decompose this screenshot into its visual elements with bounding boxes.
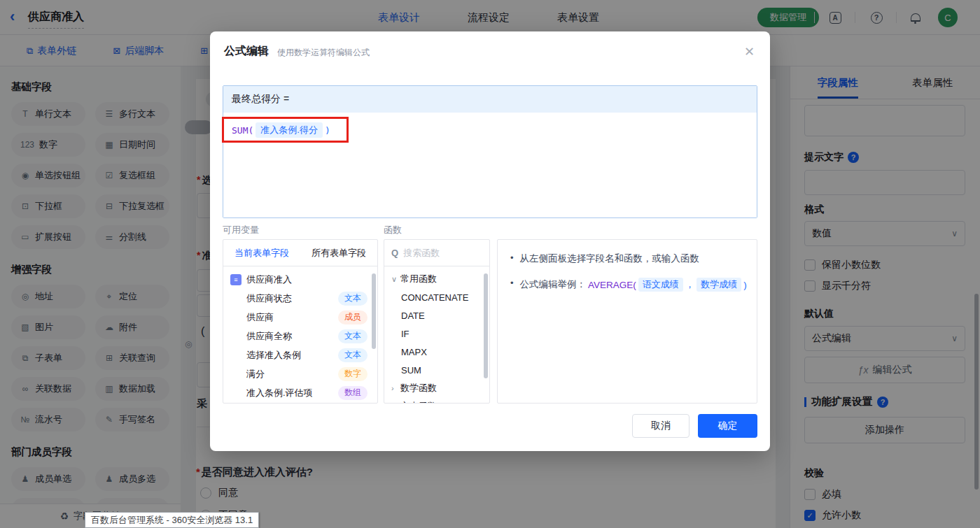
function-item[interactable]: SUM [384, 361, 489, 379]
formula-result-bar: 最终总得分 = [223, 86, 757, 113]
modal-title: 公式编辑 [224, 44, 269, 59]
close-icon[interactable]: ✕ [744, 44, 755, 59]
modal-subtitle: 使用数学运算符编辑公式 [277, 47, 370, 59]
confirm-button[interactable]: 确定 [698, 414, 757, 438]
hint-line-1: • 从左侧面板选择字段名和函数，或输入函数 [510, 252, 757, 265]
function-item[interactable]: MAPX [384, 343, 489, 361]
variable-row[interactable]: 满分 数字 [223, 364, 377, 383]
variable-row[interactable]: 供应商状态 文本 [223, 289, 377, 308]
type-badge: 数字 [338, 367, 368, 381]
formula-editor: 最终总得分 = SUM( 准入条例.得分 ) [223, 85, 757, 218]
function-item[interactable]: IF [384, 324, 489, 343]
cancel-button[interactable]: 取消 [632, 414, 690, 438]
variables-label: 可用变量 [223, 224, 259, 236]
field-token: 数学成绩 [696, 278, 741, 292]
vars-tab-all-forms[interactable]: 所有表单字段 [300, 240, 377, 266]
field-token[interactable]: 准入条例.得分 [255, 122, 323, 138]
group-math-functions[interactable]: › 数学函数 [384, 379, 489, 397]
search-placeholder: 搜索函数 [403, 247, 440, 259]
type-badge: 文本 [338, 348, 368, 362]
variable-row[interactable]: 选择准入条例 文本 [223, 345, 377, 364]
browser-tooltip: 百数后台管理系统 - 360安全浏览器 13.1 [85, 512, 259, 528]
vars-tab-current-form[interactable]: 当前表单字段 [223, 240, 300, 266]
type-badge: 文本 [338, 292, 368, 306]
variable-row[interactable]: 供应商全称 文本 [223, 327, 377, 345]
formula-expression: SUM( 准入条例.得分 ) [232, 122, 330, 138]
function-search-input[interactable]: Q 搜索函数 [384, 240, 489, 266]
scrollbar[interactable] [484, 273, 488, 378]
type-badge: 数组 [338, 386, 368, 400]
variable-rows: 供应商状态 文本 供应商 成员 供应商全称 文本 选择准入条例 [223, 289, 377, 402]
scrollbar[interactable] [372, 273, 376, 349]
function-token: AVERAGE( [588, 280, 636, 290]
form-doc-icon: ≡ [230, 274, 241, 285]
group-common-functions[interactable]: ∨ 常用函数 [384, 270, 489, 288]
search-icon: Q [391, 248, 398, 258]
arrow-right-icon: › [391, 402, 400, 404]
hints-panel: • 从左侧面板选择字段名和函数，或输入函数 • 公式编辑举例： AVERAGE(… [497, 239, 757, 404]
hint-line-2: • 公式编辑举例： AVERAGE( 语文成绩 ， 数学成绩 ) [510, 278, 757, 292]
functions-panel: Q 搜索函数 ∨ 常用函数 CONCATENATE DATE IF MAPX S… [384, 239, 490, 404]
variables-panel: 当前表单字段 所有表单字段 ≡ 供应商准入 供应商状态 文本 供应商 [223, 239, 378, 404]
formula-input-area[interactable]: SUM( 准入条例.得分 ) [223, 113, 757, 217]
function-token: SUM( [232, 125, 253, 136]
variable-root-row[interactable]: ≡ 供应商准入 [223, 270, 377, 289]
chevron-down-icon: ∨ [391, 275, 400, 284]
function-item[interactable]: CONCATENATE [384, 288, 489, 306]
formula-edit-modal: 公式编辑 使用数学运算符编辑公式 ✕ 最终总得分 = SUM( 准入条例.得分 … [210, 31, 770, 451]
function-list: CONCATENATE DATE IF MAPX SUM [384, 288, 489, 379]
variable-row[interactable]: 准入条例.评估项 数组 [223, 383, 377, 402]
type-badge: 成员 [338, 311, 368, 324]
field-token: 语文成绩 [638, 278, 683, 292]
group-text-functions[interactable]: › 文本函数 [384, 397, 489, 404]
function-item[interactable]: DATE [384, 306, 489, 324]
arrow-right-icon: › [391, 384, 400, 392]
variable-row[interactable]: 供应商 成员 [223, 308, 377, 327]
paren-token: ) [325, 125, 330, 136]
functions-label: 函数 [384, 224, 402, 236]
type-badge: 文本 [338, 329, 368, 343]
